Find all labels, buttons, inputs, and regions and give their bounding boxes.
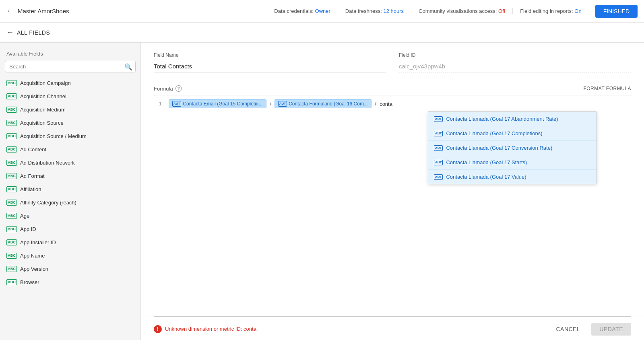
field-badge: ABC xyxy=(6,173,17,179)
field-editing-link[interactable]: On xyxy=(574,8,581,14)
autocomplete-badge: AUT xyxy=(434,174,443,180)
breadcrumb: ← ALL FIELDS xyxy=(0,23,644,43)
autocomplete-badge: AUT xyxy=(434,116,443,122)
page-title: Master AmorShoes xyxy=(18,8,69,14)
cancel-button[interactable]: CANCEL xyxy=(549,323,586,336)
list-item[interactable]: ABCAd Distribution Network xyxy=(0,156,140,169)
field-badge: ABC xyxy=(6,266,17,272)
breadcrumb-back-icon[interactable]: ← xyxy=(6,28,14,37)
list-item[interactable]: ABCApp Installer ID xyxy=(0,236,140,249)
formula-tokens: AUT Contacta Email (Goal 15 Completio...… xyxy=(169,99,447,108)
autocomplete-list: AUTContacta Llamada (Goal 17 Abandonment… xyxy=(428,112,597,184)
formula-help-icon[interactable]: ? xyxy=(175,85,182,92)
search-box: 🔍 xyxy=(5,61,136,72)
list-item[interactable]: ABCAffiliation xyxy=(0,183,140,196)
field-name-label: Field Name xyxy=(154,52,386,58)
field-badge: ABC xyxy=(6,213,17,219)
back-icon[interactable]: ← xyxy=(6,7,14,15)
list-item[interactable]: ABCAge xyxy=(0,209,140,223)
list-item[interactable]: ABCBrowser xyxy=(0,276,140,289)
error-icon: ! xyxy=(154,325,162,333)
error-message: ! Unknown dimension or metric ID: conta. xyxy=(154,325,258,333)
autocomplete-item[interactable]: AUTContacta Llamada (Goal 17 Starts) xyxy=(428,155,597,169)
list-item[interactable]: ABCAcquisition Channel xyxy=(0,90,140,103)
field-id-label: Field ID xyxy=(399,52,631,58)
field-label: Acquisition Source xyxy=(20,120,64,126)
token-1-label: Contacta Email (Goal 15 Completio... xyxy=(183,101,262,107)
field-label: Acquisition Channel xyxy=(20,93,66,99)
list-item[interactable]: ABCApp Version xyxy=(0,262,140,276)
field-badge: ABC xyxy=(6,253,17,259)
nav-left: ← Master AmorShoes xyxy=(6,7,69,15)
formula-label: Formula ? xyxy=(154,85,182,92)
field-label: Acquisition Medium xyxy=(20,107,66,113)
autocomplete-badge: AUT xyxy=(434,160,443,165)
formula-text-input[interactable] xyxy=(380,101,447,107)
field-badge: ABC xyxy=(6,226,17,232)
field-label: Ad Content xyxy=(20,146,46,152)
field-badge: ABC xyxy=(6,107,17,113)
token-2[interactable]: AUT Contacta Formulario (Goal 16 Com... xyxy=(275,99,372,108)
breadcrumb-text: ALL FIELDS xyxy=(17,29,50,36)
data-freshness-link[interactable]: 12 hours xyxy=(383,8,404,14)
list-item[interactable]: ABCAcquisition Medium xyxy=(0,103,140,116)
token-1-badge: AUT xyxy=(172,101,181,107)
field-label: Acquisition Campaign xyxy=(20,80,71,86)
autocomplete-item[interactable]: AUTContacta Llamada (Goal 17 Conversion … xyxy=(428,140,597,155)
field-label: Browser xyxy=(20,279,39,285)
field-label: Age xyxy=(20,213,29,219)
token-plus-2: + xyxy=(373,101,378,107)
nav-center: Data credentials: Owner Data freshness: … xyxy=(267,5,638,18)
list-item[interactable]: ABCAd Format xyxy=(0,169,140,183)
field-editing-info: Field editing in reports: On xyxy=(513,8,588,14)
list-item[interactable]: ABCAcquisition Campaign xyxy=(0,76,140,90)
list-item[interactable]: ABCAcquisition Source xyxy=(0,116,140,130)
list-item[interactable]: ABCAd Content xyxy=(0,143,140,156)
main-layout: Available Fields 🔍 ABCAcquisition Campai… xyxy=(0,43,644,340)
field-label: Affiliation xyxy=(20,186,41,192)
field-badge: ABC xyxy=(6,160,17,166)
finished-button[interactable]: FINISHED xyxy=(595,5,638,18)
formula-editor[interactable]: 1 AUT Contacta Email (Goal 15 Completio.… xyxy=(154,95,631,317)
search-input[interactable] xyxy=(5,61,136,72)
field-badge: ABC xyxy=(6,80,17,86)
list-item[interactable]: ABCApp ID xyxy=(0,223,140,236)
community-vis-info: Community visualisations access: Off xyxy=(411,8,513,14)
field-name-input[interactable] xyxy=(154,60,386,72)
list-item[interactable]: ABCAcquisition Source / Medium xyxy=(0,130,140,143)
autocomplete-item[interactable]: AUTContacta Llamada (Goal 17 Value) xyxy=(428,169,597,184)
autocomplete-badge: AUT xyxy=(434,131,443,136)
autocomplete-label: Contacta Llamada (Goal 17 Abandonment Ra… xyxy=(446,116,558,122)
field-badge: ABC xyxy=(6,120,17,126)
list-item[interactable]: ABCAffinity Category (reach) xyxy=(0,196,140,209)
form-row-main: Field Name Field ID xyxy=(154,52,631,72)
field-label: Affinity Category (reach) xyxy=(20,200,76,206)
field-name-field: Field Name xyxy=(154,52,386,72)
field-label: App Version xyxy=(20,266,48,272)
data-credentials-link[interactable]: Owner xyxy=(315,8,330,14)
autocomplete-label: Contacta Llamada (Goal 17 Starts) xyxy=(446,159,527,165)
field-label: Ad Distribution Network xyxy=(20,160,75,166)
autocomplete-item[interactable]: AUTContacta Llamada (Goal 17 Abandonment… xyxy=(428,112,597,126)
field-id-field: Field ID xyxy=(399,52,631,72)
format-formula-button[interactable]: FORMAT FORMULA xyxy=(583,86,631,91)
error-text: Unknown dimension or metric ID: conta. xyxy=(165,326,258,332)
token-1[interactable]: AUT Contacta Email (Goal 15 Completio... xyxy=(169,99,266,108)
search-icon: 🔍 xyxy=(124,63,132,70)
update-button[interactable]: UPDATE xyxy=(591,323,631,336)
field-badge: ABC xyxy=(6,279,17,285)
field-badge: ABC xyxy=(6,146,17,152)
sidebar-header: Available Fields xyxy=(0,47,140,61)
data-credentials-info: Data credentials: Owner xyxy=(267,8,338,14)
formula-section: Formula ? FORMAT FORMULA 1 AUT Contacta … xyxy=(141,85,644,317)
field-label: App Name xyxy=(20,253,45,259)
field-badge: ABC xyxy=(6,93,17,99)
field-label: Acquisition Source / Medium xyxy=(20,133,87,139)
top-nav: ← Master AmorShoes Data credentials: Own… xyxy=(0,0,644,23)
line-number: 1 xyxy=(159,99,169,107)
token-2-label: Contacta Formulario (Goal 16 Com... xyxy=(289,101,368,107)
list-item[interactable]: ABCApp Name xyxy=(0,249,140,262)
autocomplete-item[interactable]: AUTContacta Llamada (Goal 17 Completions… xyxy=(428,126,597,140)
community-vis-link[interactable]: Off xyxy=(498,8,505,14)
autocomplete-label: Contacta Llamada (Goal 17 Completions) xyxy=(446,130,542,136)
